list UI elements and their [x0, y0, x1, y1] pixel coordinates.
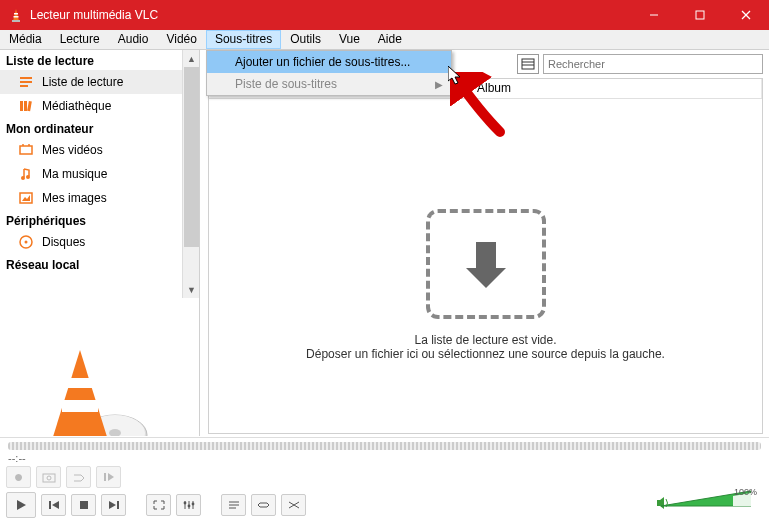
next-button[interactable]: [101, 494, 126, 516]
svg-rect-46: [117, 501, 119, 509]
svg-rect-32: [62, 400, 98, 412]
svg-rect-39: [104, 473, 106, 481]
music-icon: [18, 166, 34, 182]
sidebar-item-label: Mes vidéos: [42, 143, 103, 157]
view-mode-button[interactable]: [517, 54, 539, 74]
svg-marker-41: [17, 500, 26, 510]
sidebar-item-label: Ma musique: [42, 167, 107, 181]
scrollbar-thumb[interactable]: [184, 67, 199, 247]
minimize-button[interactable]: [631, 0, 677, 30]
drop-zone[interactable]: La liste de lecture est vide. Déposer un…: [209, 139, 762, 361]
player-controls: --:-- ● 100%: [0, 437, 769, 523]
volume-slider[interactable]: 100%: [661, 489, 761, 517]
svg-point-25: [25, 241, 28, 244]
video-icon: [18, 142, 34, 158]
seek-bar[interactable]: [8, 442, 761, 450]
sidebar-item-playlist[interactable]: Liste de lecture: [0, 70, 199, 94]
menu-vue[interactable]: Vue: [330, 30, 369, 49]
sidebar-item-label: Mes images: [42, 191, 107, 205]
sidebar-heading-playlist: Liste de lecture: [0, 50, 199, 70]
svg-rect-44: [80, 501, 88, 509]
svg-marker-36: [448, 66, 460, 84]
svg-rect-16: [27, 101, 32, 111]
prev-button[interactable]: [41, 494, 66, 516]
sidebar-item-disques[interactable]: Disques: [0, 230, 199, 254]
svg-rect-31: [68, 378, 92, 388]
scroll-up-icon[interactable]: ▲: [183, 50, 200, 67]
sidebar-item-label: Médiathèque: [42, 99, 111, 113]
svg-point-50: [183, 502, 186, 505]
window-title: Lecteur multimédia VLC: [30, 8, 631, 22]
search-input[interactable]: [543, 54, 763, 74]
library-icon: [18, 98, 34, 114]
menu-subtitle-track[interactable]: Piste de sous-titres ▶: [207, 73, 451, 95]
loop-a-b-button[interactable]: [66, 466, 91, 488]
menu-outils[interactable]: Outils: [281, 30, 330, 49]
scroll-down-icon[interactable]: ▼: [183, 281, 200, 298]
frame-step-button[interactable]: [96, 466, 121, 488]
shuffle-button[interactable]: [281, 494, 306, 516]
sidebar-item-videos[interactable]: Mes vidéos: [0, 138, 199, 162]
secondary-controls: ●: [6, 466, 121, 488]
record-button[interactable]: ●: [6, 466, 31, 488]
svg-rect-15: [24, 101, 27, 111]
sidebar-item-mediatheque[interactable]: Médiathèque: [0, 94, 199, 118]
sidebar-item-music[interactable]: Ma musique: [0, 162, 199, 186]
svg-marker-45: [109, 501, 116, 509]
svg-point-20: [21, 176, 25, 180]
svg-rect-17: [20, 146, 32, 154]
primary-controls: [6, 492, 306, 518]
sidebar: Liste de lecture Liste de lecture Médiat…: [0, 50, 200, 436]
sidebar-heading-computer: Mon ordinateur: [0, 118, 199, 138]
svg-rect-33: [476, 242, 496, 268]
fullscreen-button[interactable]: [146, 494, 171, 516]
sidebar-item-images[interactable]: Mes images: [0, 186, 199, 210]
playlist-icon: [18, 74, 34, 90]
extended-settings-button[interactable]: [176, 494, 201, 516]
menu-lecture[interactable]: Lecture: [51, 30, 109, 49]
svg-marker-23: [22, 195, 30, 201]
menu-video[interactable]: Vidéo: [157, 30, 205, 49]
stop-button[interactable]: [71, 494, 96, 516]
empty-playlist-text: La liste de lecture est vide.: [414, 333, 556, 347]
svg-rect-2: [14, 13, 18, 15]
play-button[interactable]: [6, 492, 36, 518]
close-button[interactable]: [723, 0, 769, 30]
svg-rect-8: [522, 59, 534, 69]
sidebar-item-label: Disques: [42, 235, 85, 249]
maximize-button[interactable]: [677, 0, 723, 30]
menu-add-subtitle-file[interactable]: Ajouter un fichier de sous-titres...: [207, 51, 451, 73]
image-icon: [18, 190, 34, 206]
album-art-placeholder: [20, 340, 160, 436]
svg-point-38: [47, 476, 51, 480]
submenu-arrow-icon: ▶: [435, 79, 443, 90]
svg-point-18: [22, 144, 24, 146]
snapshot-button[interactable]: [36, 466, 61, 488]
svg-point-52: [191, 503, 194, 506]
volume-percent: 100%: [734, 487, 757, 497]
svg-marker-0: [13, 9, 19, 21]
menu-media[interactable]: Média: [0, 30, 51, 49]
svg-rect-1: [12, 20, 20, 22]
menu-aide[interactable]: Aide: [369, 30, 411, 49]
drop-hint-text: Déposer un fichier ici ou sélectionnez u…: [306, 347, 665, 361]
time-label: --:--: [8, 452, 26, 464]
svg-marker-43: [52, 501, 59, 509]
disc-icon: [18, 234, 34, 250]
svg-marker-34: [466, 268, 506, 288]
sidebar-heading-network: Réseau local: [0, 254, 199, 274]
svg-point-21: [26, 175, 30, 179]
sidebar-scrollbar[interactable]: ▲ ▼: [182, 50, 199, 298]
sous-titres-dropdown: Ajouter un fichier de sous-titres... Pis…: [206, 50, 452, 96]
menu-audio[interactable]: Audio: [109, 30, 158, 49]
loop-button[interactable]: [251, 494, 276, 516]
sidebar-item-label: Liste de lecture: [42, 75, 123, 89]
column-album[interactable]: Album: [469, 79, 762, 98]
svg-rect-14: [20, 101, 23, 111]
svg-point-19: [28, 144, 30, 146]
svg-rect-42: [49, 501, 51, 509]
svg-marker-29: [52, 350, 108, 436]
playlist-button[interactable]: [221, 494, 246, 516]
menu-sous-titres[interactable]: Sous-titres: [206, 30, 281, 49]
titlebar: Lecteur multimédia VLC: [0, 0, 769, 30]
